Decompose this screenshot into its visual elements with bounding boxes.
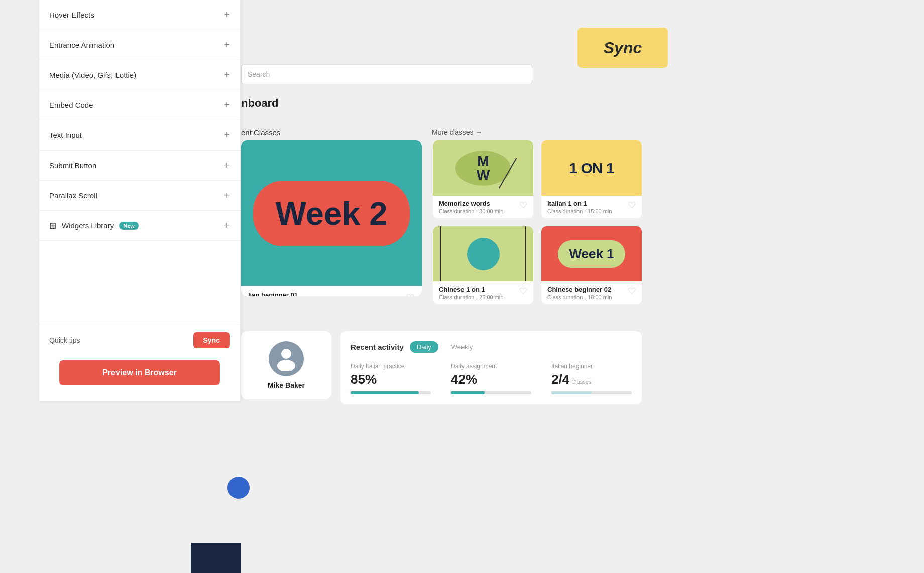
chinese-beginner02-info: Chinese beginner 02 Class duration - 18:… (541, 281, 642, 304)
italian-on1-heart-icon[interactable]: ♡ (628, 200, 636, 211)
stat-italian-practice-bar-bg (351, 391, 431, 394)
bottom-dark-bar (191, 543, 241, 573)
preview-in-browser-button[interactable]: Preview in Browser (59, 360, 220, 385)
widgets-library-label: Widgets Library (62, 221, 114, 230)
panel-item-embed-code[interactable]: Embed Code + (39, 90, 240, 120)
stat-italian-practice-value: 85% (351, 372, 431, 387)
week2-card[interactable]: Week 2 lian beginner 01 lass duration - … (241, 140, 422, 296)
search-placeholder: Search (248, 70, 270, 78)
stat-daily-assignment-bar-bg (451, 391, 531, 394)
mw-line (499, 158, 517, 189)
chinese-on1-card[interactable]: Chinese 1 on 1 Class duration - 25:00 mi… (433, 226, 533, 304)
italian-on1-thumbnail: 1 ON 1 (541, 140, 642, 196)
cards-grid: MW Memorize words Class duration - 30:00… (433, 140, 642, 304)
stat-italian-beginner: Italian beginner 2/4 Classes (551, 363, 632, 394)
chinese-beginner02-card[interactable]: Week 1 Chinese beginner 02 Class duratio… (541, 226, 642, 304)
chinese-beginner02-duration: Class duration - 18:00 min (547, 294, 612, 300)
tab-weekly[interactable]: Weekly (444, 341, 480, 353)
stat-italian-beginner-bar-fill (551, 391, 592, 394)
tab-daily[interactable]: Daily (410, 341, 438, 353)
embed-code-label: Embed Code (49, 101, 93, 109)
activity-title: Recent activity (351, 343, 404, 351)
italian-on1-graphic: 1 ON 1 (569, 160, 614, 177)
sync-logo[interactable]: Sync (578, 28, 668, 68)
recent-classes-label: ent Classes (241, 128, 280, 137)
hover-effects-label: Hover Effects (49, 11, 94, 19)
profile-section: Mike Baker (241, 331, 331, 399)
entrance-animation-expand-icon: + (224, 39, 230, 51)
entrance-animation-label: Entrance Animation (49, 41, 114, 49)
embed-code-expand-icon: + (224, 99, 230, 111)
week1-thumbnail: Week 1 (541, 226, 642, 281)
chinese-on1-title: Chinese 1 on 1 (439, 285, 503, 293)
week1-title: Week 1 (558, 240, 625, 268)
chinese-circle (467, 238, 500, 270)
media-label: Media (Video, Gifs, Lottie) (49, 71, 136, 79)
italian-on1-card[interactable]: 1 ON 1 Italian 1 on 1 Class duration - 1… (541, 140, 642, 218)
activity-header: Recent activity Daily Weekly (351, 341, 632, 353)
new-badge: New (119, 222, 139, 230)
memorize-words-title: Memorize words (439, 200, 503, 207)
panel-item-media[interactable]: Media (Video, Gifs, Lottie) + (39, 60, 240, 90)
stat-daily-assignment-bar-fill (451, 391, 485, 394)
panel-item-parallax-scroll[interactable]: Parallax Scroll + (39, 181, 240, 211)
widgets-grid-icon: ⊞ (49, 220, 57, 231)
italian-on1-title: Italian 1 on 1 (547, 200, 612, 207)
chinese-line-right (525, 226, 526, 281)
stat-italian-practice-label: Daily Italian practice (351, 363, 431, 370)
panel-item-entrance-animation[interactable]: Entrance Animation + (39, 30, 240, 60)
chinese-on1-heart-icon[interactable]: ♡ (519, 285, 527, 297)
mw-oval: MW (455, 151, 511, 186)
blue-dot-indicator (227, 477, 250, 499)
chinese-on1-duration: Class duration - 25:00 min (439, 294, 503, 300)
chinese-on1-thumbnail (433, 226, 533, 281)
panel-item-text-input[interactable]: Text Input + (39, 120, 240, 151)
panel-item-widgets-library[interactable]: ⊞ Widgets Library New + (39, 211, 240, 241)
stat-italian-beginner-value: 2/4 (551, 372, 569, 387)
panel-item-submit-button[interactable]: Submit Button + (39, 151, 240, 181)
avatar (269, 341, 304, 376)
quick-tips-label: Quick tips (49, 336, 80, 344)
italian-on1-info: Italian 1 on 1 Class duration - 15:00 mi… (541, 196, 642, 218)
more-classes-link[interactable]: More classes → (432, 128, 482, 136)
memorize-words-card[interactable]: MW Memorize words Class duration - 30:00… (433, 140, 533, 218)
sync-button[interactable]: Sync (193, 332, 230, 348)
week2-heart-icon[interactable]: ♡ (406, 292, 415, 297)
stat-italian-beginner-bar-bg (551, 391, 632, 394)
stat-daily-assignment: Daily assignment 42% (451, 363, 531, 394)
activity-section: Recent activity Daily Weekly Daily Itali… (340, 331, 642, 404)
chinese-on1-info: Chinese 1 on 1 Class duration - 25:00 mi… (433, 281, 533, 304)
memorize-words-thumbnail: MW (433, 140, 533, 196)
memorize-words-heart-icon[interactable]: ♡ (519, 200, 527, 211)
media-expand-icon: + (224, 69, 230, 81)
week2-title: Week 2 (253, 181, 410, 246)
left-panel: Hover Effects + Entrance Animation + Med… (39, 0, 240, 401)
submit-button-expand-icon: + (224, 160, 230, 171)
stat-daily-assignment-value: 42% (451, 372, 531, 387)
memorize-words-duration: Class duration - 30:00 min (439, 208, 503, 214)
profile-name: Mike Baker (251, 381, 321, 389)
italian-on1-duration: Class duration - 15:00 min (547, 208, 612, 214)
parallax-scroll-label: Parallax Scroll (49, 191, 97, 200)
hover-effects-expand-icon: + (224, 9, 230, 21)
svg-point-1 (277, 360, 295, 371)
stat-daily-assignment-label: Daily assignment (451, 363, 531, 370)
panel-item-hover-effects[interactable]: Hover Effects + (39, 0, 240, 30)
svg-point-0 (281, 349, 291, 359)
memorize-words-info: Memorize words Class duration - 30:00 mi… (433, 196, 533, 218)
text-input-label: Text Input (49, 131, 82, 139)
stat-italian-beginner-label: Italian beginner (551, 363, 632, 370)
stat-italian-practice: Daily Italian practice 85% (351, 363, 431, 394)
widgets-library-content: ⊞ Widgets Library New (49, 220, 139, 231)
parallax-scroll-expand-icon: + (224, 190, 230, 201)
chinese-beginner02-title: Chinese beginner 02 (547, 285, 612, 293)
widgets-library-expand-icon: + (224, 220, 230, 231)
mw-letters: MW (477, 154, 490, 182)
search-bar[interactable]: Search (241, 64, 532, 84)
stat-italian-beginner-sub: Classes (571, 379, 591, 385)
chinese-beginner02-heart-icon[interactable]: ♡ (628, 285, 636, 297)
submit-button-label: Submit Button (49, 161, 96, 170)
week2-subtitle: lian beginner 01 (248, 291, 308, 296)
activity-stats: Daily Italian practice 85% Daily assignm… (351, 363, 632, 394)
stat-italian-practice-bar-fill (351, 391, 419, 394)
